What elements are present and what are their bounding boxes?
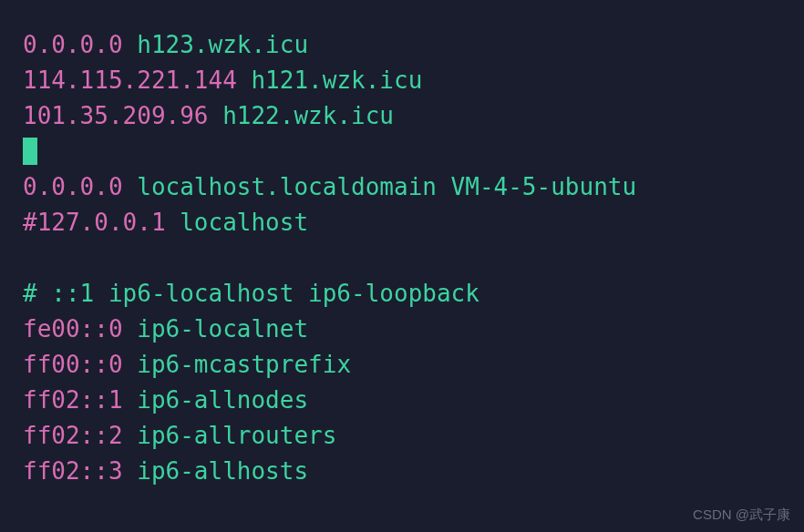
hosts-entry: 101.35.209.96 h122.wzk.icu — [23, 98, 781, 134]
hostname: ip6-allnodes — [137, 386, 308, 414]
hosts-entry: ff02::1 ip6-allnodes — [23, 383, 781, 418]
hosts-entry: fe00::0 ip6-localnet — [23, 312, 781, 347]
watermark-text: CSDN @武子康 — [693, 505, 790, 526]
comment-line: # ::1 ip6-localhost ip6-loopback — [23, 276, 781, 312]
hostname: ip6-mcastprefix — [137, 351, 351, 378]
hosts-entry: 0.0.0.0 h123.wzk.icu — [23, 27, 781, 63]
ip-address: 101.35.209.96 — [23, 102, 209, 129]
ip-address: ff02::1 — [23, 386, 123, 414]
terminal-content[interactable]: 0.0.0.0 h123.wzk.icu 114.115.221.144 h12… — [23, 27, 781, 489]
hosts-entry: ff02::2 ip6-allrouters — [23, 418, 781, 454]
cursor-line — [23, 134, 781, 169]
ip-address: ff02::3 — [23, 457, 123, 485]
ip-address: ff02::2 — [23, 422, 123, 449]
ip-address: 114.115.221.144 — [23, 66, 237, 94]
hostname: ip6-allhosts — [137, 457, 308, 485]
ip-address: ff00::0 — [23, 351, 123, 378]
empty-line — [23, 240, 781, 276]
hosts-entry: ff02::3 ip6-allhosts — [23, 454, 781, 489]
hosts-entry: 0.0.0.0 localhost.localdomain VM-4-5-ubu… — [23, 169, 781, 205]
hostname: h122.wzk.icu — [222, 102, 394, 129]
hosts-entry-commented: #127.0.0.1 localhost — [23, 205, 781, 240]
hostname: h123.wzk.icu — [137, 31, 308, 58]
hosts-entry: ff00::0 ip6-mcastprefix — [23, 347, 781, 383]
hostname: localhost.localdomain VM-4-5-ubuntu — [137, 173, 636, 200]
hostname: ip6-allrouters — [137, 422, 336, 449]
hosts-entry: 114.115.221.144 h121.wzk.icu — [23, 63, 781, 98]
ip-address: fe00::0 — [23, 315, 123, 343]
ip-address: #127.0.0.1 — [23, 209, 166, 236]
hostname: localhost — [180, 209, 308, 236]
ip-address: 0.0.0.0 — [23, 173, 123, 200]
hostname: h121.wzk.icu — [251, 66, 422, 94]
cursor-block — [23, 138, 37, 165]
hostname: ip6-localnet — [137, 315, 308, 343]
ip-address: 0.0.0.0 — [23, 31, 123, 58]
